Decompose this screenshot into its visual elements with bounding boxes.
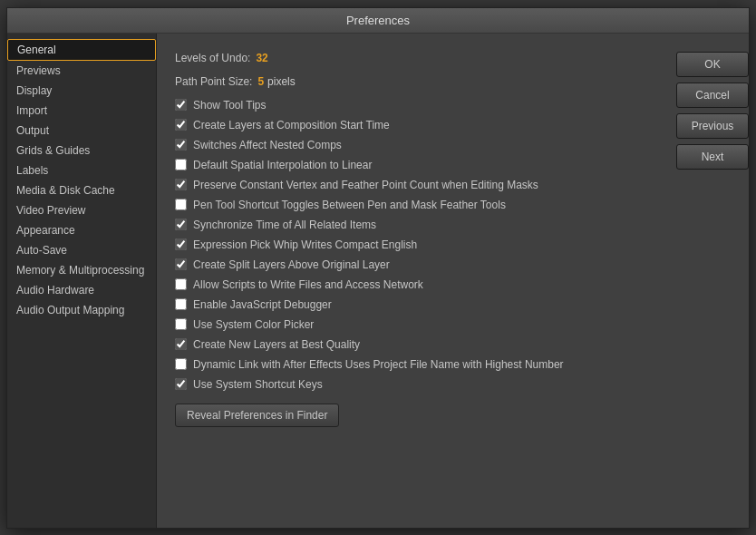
checkbox-3[interactable]: [175, 159, 187, 170]
checkbox-1[interactable]: [175, 119, 187, 131]
checkbox-row-6: Synchronize Time of All Related Items: [175, 219, 649, 231]
checkbox-label-6: Synchronize Time of All Related Items: [193, 219, 376, 231]
path-point-size-row: Path Point Size: 5 pixels: [175, 75, 649, 88]
checkbox-2[interactable]: [175, 139, 187, 151]
sidebar: GeneralPreviewsDisplayImportOutputGrids …: [7, 34, 157, 528]
checkbox-label-11: Use System Color Picker: [193, 318, 314, 331]
checkbox-13[interactable]: [175, 358, 187, 370]
sidebar-item-general[interactable]: General: [7, 39, 156, 61]
checkbox-label-13: Dynamic Link with After Effects Uses Pro…: [193, 358, 564, 371]
btn-row: Reveal Preferences in Finder: [175, 404, 649, 427]
levels-of-undo-value: 32: [256, 52, 267, 64]
reveal-preferences-button[interactable]: Reveal Preferences in Finder: [175, 404, 339, 427]
checkbox-label-8: Create Split Layers Above Original Layer: [193, 258, 390, 271]
checkbox-row-14: Use System Shortcut Keys: [175, 378, 649, 391]
path-point-size-unit: pixels: [267, 75, 296, 88]
checkbox-8[interactable]: [175, 258, 187, 270]
preferences-dialog: Preferences GeneralPreviewsDisplayImport…: [6, 7, 750, 529]
cancel-button[interactable]: Cancel: [676, 83, 749, 108]
checkbox-11[interactable]: [175, 318, 187, 330]
checkbox-row-2: Switches Affect Nested Comps: [175, 139, 649, 151]
checkbox-7[interactable]: [175, 238, 187, 250]
main-content: Levels of Undo: 32 Path Point Size: 5 pi…: [157, 34, 667, 528]
checkbox-row-5: Pen Tool Shortcut Toggles Between Pen an…: [175, 199, 649, 211]
sidebar-item-display[interactable]: Display: [7, 81, 156, 101]
checkbox-12[interactable]: [175, 338, 187, 350]
checkbox-row-3: Default Spatial Interpolation to Linear: [175, 159, 649, 171]
sidebar-item-appearance[interactable]: Appearance: [7, 220, 156, 240]
checkbox-label-12: Create New Layers at Best Quality: [193, 338, 360, 351]
checkbox-label-2: Switches Affect Nested Comps: [193, 139, 342, 151]
checkbox-label-14: Use System Shortcut Keys: [193, 378, 323, 391]
path-point-size-value: 5: [257, 75, 264, 88]
checkbox-row-11: Use System Color Picker: [175, 318, 649, 331]
checkbox-label-7: Expression Pick Whip Writes Compact Engl…: [193, 238, 417, 251]
checkbox-label-10: Enable JavaScript Debugger: [193, 298, 332, 311]
sidebar-item-import[interactable]: Import: [7, 101, 156, 121]
levels-of-undo-row: Levels of Undo: 32: [175, 52, 649, 64]
sidebar-item-labels[interactable]: Labels: [7, 160, 156, 180]
checkbox-row-9: Allow Scripts to Write Files and Access …: [175, 278, 649, 291]
checkbox-row-1: Create Layers at Composition Start Time: [175, 119, 649, 131]
checkbox-label-5: Pen Tool Shortcut Toggles Between Pen an…: [193, 199, 506, 211]
sidebar-item-media---disk-cache[interactable]: Media & Disk Cache: [7, 180, 156, 200]
path-point-size-label: Path Point Size:: [175, 75, 252, 88]
checkbox-row-13: Dynamic Link with After Effects Uses Pro…: [175, 358, 649, 371]
checkbox-label-1: Create Layers at Composition Start Time: [193, 119, 390, 131]
sidebar-item-video-preview[interactable]: Video Preview: [7, 200, 156, 220]
checkbox-label-3: Default Spatial Interpolation to Linear: [193, 159, 372, 171]
action-buttons: OK Cancel Previous Next: [667, 34, 749, 528]
checkbox-row-4: Preserve Constant Vertex and Feather Poi…: [175, 179, 649, 191]
previous-button[interactable]: Previous: [676, 113, 749, 139]
checkbox-6[interactable]: [175, 219, 187, 230]
checkbox-label-4: Preserve Constant Vertex and Feather Poi…: [193, 179, 538, 191]
checkbox-row-7: Expression Pick Whip Writes Compact Engl…: [175, 238, 649, 251]
dialog-body: GeneralPreviewsDisplayImportOutputGrids …: [7, 34, 749, 528]
checkbox-row-0: Show Tool Tips: [175, 99, 649, 112]
checkbox-row-12: Create New Layers at Best Quality: [175, 338, 649, 351]
checkbox-10[interactable]: [175, 298, 187, 310]
checkbox-9[interactable]: [175, 278, 187, 290]
checkbox-4[interactable]: [175, 179, 187, 190]
sidebar-item-auto-save[interactable]: Auto-Save: [7, 240, 156, 260]
checkbox-5[interactable]: [175, 199, 187, 210]
sidebar-item-audio-hardware[interactable]: Audio Hardware: [7, 280, 156, 300]
checkbox-row-8: Create Split Layers Above Original Layer: [175, 258, 649, 271]
checkbox-label-0: Show Tool Tips: [193, 99, 267, 112]
next-button[interactable]: Next: [676, 144, 749, 170]
sidebar-item-memory---multiprocessing[interactable]: Memory & Multiprocessing: [7, 260, 156, 280]
dialog-title: Preferences: [346, 14, 410, 27]
sidebar-item-grids---guides[interactable]: Grids & Guides: [7, 141, 156, 160]
checkbox-label-9: Allow Scripts to Write Files and Access …: [193, 278, 423, 291]
sidebar-item-audio-output-mapping[interactable]: Audio Output Mapping: [7, 300, 156, 320]
sidebar-item-output[interactable]: Output: [7, 121, 156, 141]
levels-of-undo-label: Levels of Undo:: [175, 52, 250, 64]
sidebar-item-previews[interactable]: Previews: [7, 61, 156, 81]
ok-button[interactable]: OK: [676, 52, 749, 77]
checkbox-row-10: Enable JavaScript Debugger: [175, 298, 649, 311]
checkboxes-container: Show Tool TipsCreate Layers at Compositi…: [175, 99, 649, 391]
checkbox-0[interactable]: [175, 99, 187, 111]
checkbox-14[interactable]: [175, 378, 187, 390]
title-bar: Preferences: [7, 8, 749, 34]
